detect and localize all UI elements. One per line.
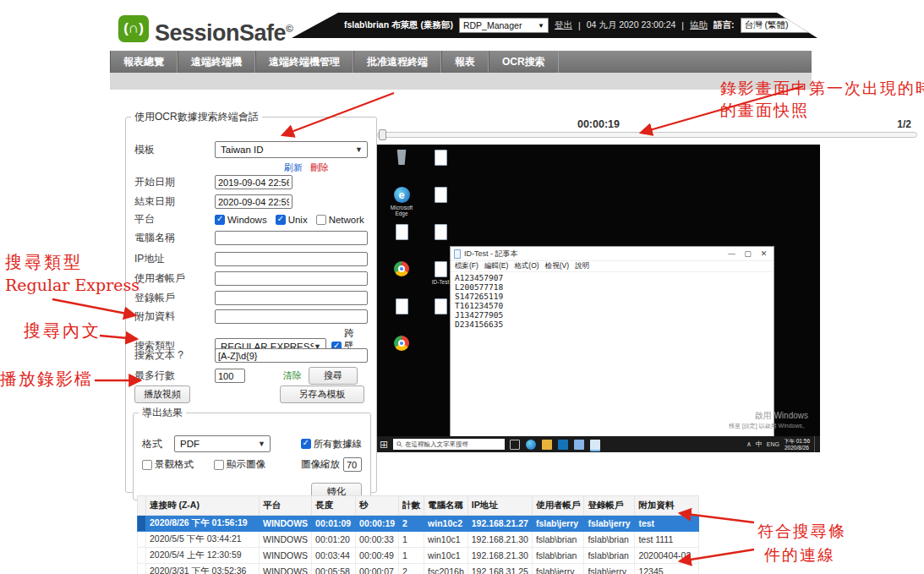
maximize-icon[interactable]: ▢ bbox=[741, 249, 754, 258]
tray-ime-icon[interactable]: 中 bbox=[756, 440, 763, 449]
desktop-icon-label: Microsoft Edge bbox=[384, 205, 419, 216]
export-legend: 導出結果 bbox=[139, 406, 186, 420]
document-desktop-icon[interactable] bbox=[384, 297, 419, 334]
start-button[interactable]: ⊞ bbox=[380, 440, 388, 450]
nav-item-remote-terminal-mgmt[interactable]: 遠端終端機管理 bbox=[255, 51, 353, 73]
landscape-checkbox[interactable] bbox=[142, 460, 152, 470]
tray-clock[interactable]: 下午 01:56 2020/8/26 bbox=[784, 438, 810, 451]
recycle-bin-desktop-icon[interactable] bbox=[384, 148, 419, 185]
row-select-cell[interactable] bbox=[138, 564, 146, 574]
show-images-checkbox[interactable] bbox=[214, 460, 224, 470]
language-select[interactable]: 台灣 (繁體)▼ bbox=[741, 18, 813, 33]
notepad-menu[interactable]: 檔案(F) 編輯(E) 格式(O) 檢視(V) 說明 bbox=[451, 261, 774, 272]
nav-item-report[interactable]: 報表 bbox=[441, 51, 489, 73]
tray-chevron-icon[interactable]: ∧ bbox=[746, 440, 752, 448]
nav-item-report-overview[interactable]: 報表總覽 bbox=[110, 51, 178, 73]
table-body: 2020/8/26 下午 01:56:19WINDOWS00:01:0900:0… bbox=[138, 516, 699, 574]
notepad-icon bbox=[454, 249, 461, 259]
separator: | bbox=[681, 20, 684, 30]
column-header[interactable]: 計數 bbox=[399, 496, 424, 516]
document-icon bbox=[423, 148, 458, 167]
chevron-down-icon: ▼ bbox=[355, 145, 363, 154]
start-date-input[interactable] bbox=[215, 175, 293, 189]
row-select-cell[interactable] bbox=[138, 532, 146, 548]
end-date-input[interactable] bbox=[215, 194, 293, 209]
notepad-taskbar-icon[interactable] bbox=[590, 440, 600, 450]
nav-item-approve-remote[interactable]: 批准遠程終端 bbox=[353, 51, 441, 73]
template-select[interactable]: Taiwan ID▼ bbox=[215, 141, 368, 158]
table-cell: 2020/5/5 下午 03:44:21 bbox=[146, 532, 260, 548]
column-header[interactable]: 秒 bbox=[356, 496, 399, 516]
save-as-template-button[interactable]: 另存為模板 bbox=[280, 385, 364, 403]
seek-thumb[interactable] bbox=[379, 129, 386, 140]
table-cell: 192.168.21.27 bbox=[467, 516, 532, 532]
extra-data-input[interactable] bbox=[215, 309, 368, 324]
edge-taskbar-icon[interactable] bbox=[526, 440, 536, 450]
column-header[interactable] bbox=[138, 496, 146, 516]
table-cell: WINDOWS bbox=[260, 564, 312, 574]
table-cell: 1 bbox=[399, 532, 424, 548]
clear-link[interactable]: 清除 bbox=[283, 369, 302, 382]
refresh-link[interactable]: 刷新 bbox=[284, 161, 303, 174]
show-desktop-button[interactable] bbox=[814, 436, 817, 452]
tray-eng-label[interactable]: ENG bbox=[767, 441, 779, 447]
column-header[interactable]: 平台 bbox=[260, 496, 312, 516]
folder-taskbar-icon[interactable] bbox=[542, 440, 552, 450]
minimize-icon[interactable]: — bbox=[725, 249, 738, 258]
file-explorer-taskbar-icon[interactable] bbox=[574, 440, 584, 450]
results-table: 連接時 (Z-A)平台長度秒計數電腦名稱IP地址使用者帳戶登錄帳戶附加資料 20… bbox=[137, 495, 699, 574]
network-checkbox[interactable] bbox=[316, 215, 326, 225]
column-header[interactable]: 連接時 (Z-A) bbox=[146, 496, 260, 516]
unix-checkbox[interactable] bbox=[276, 215, 286, 225]
ip-input[interactable] bbox=[215, 252, 368, 266]
store-taskbar-icon[interactable] bbox=[558, 440, 568, 450]
column-header[interactable]: 使用者帳戶 bbox=[532, 496, 584, 516]
table-row[interactable]: 2020/5/4 上午 12:30:59WINDOWS00:03:4400:00… bbox=[138, 548, 699, 564]
table-row[interactable]: 2020/5/5 下午 03:44:21WINDOWS00:01:2000:00… bbox=[138, 532, 699, 548]
column-header[interactable]: 長度 bbox=[312, 496, 356, 516]
logo-icon: (∩) bbox=[118, 15, 149, 42]
column-header[interactable]: 附加資料 bbox=[635, 496, 699, 516]
search-button[interactable]: 搜尋 bbox=[309, 367, 358, 385]
document-desktop-icon[interactable] bbox=[423, 148, 458, 185]
role-select[interactable]: RDP_Manager▼ bbox=[459, 18, 549, 33]
table-row[interactable]: 2020/8/26 下午 01:56:19WINDOWS00:01:0900:0… bbox=[138, 516, 699, 532]
platform-row: 平台 Windows Unix Network bbox=[134, 212, 368, 227]
player-seek-bar[interactable] bbox=[377, 132, 917, 138]
chrome-desktop-icon[interactable] bbox=[384, 260, 419, 297]
help-link[interactable]: 協助 bbox=[690, 19, 708, 31]
video-snapshot[interactable]: eMicrosoft EdgeID-Test ID-Test - 記事本 — ▢… bbox=[377, 145, 820, 452]
column-header[interactable]: 登錄帳戶 bbox=[584, 496, 635, 516]
annotation-search-content: 搜尋內文 bbox=[24, 320, 101, 342]
login-account-input[interactable] bbox=[215, 291, 368, 305]
row-select-cell[interactable] bbox=[138, 548, 146, 564]
document-desktop-icon[interactable] bbox=[384, 222, 419, 260]
logout-link[interactable]: 登出 bbox=[555, 19, 572, 31]
task-view-taskbar-icon[interactable] bbox=[510, 440, 520, 450]
search-text-input[interactable] bbox=[215, 348, 368, 363]
table-cell: fslab\brian bbox=[532, 548, 584, 564]
nav-item-remote-terminal[interactable]: 遠端終端機 bbox=[178, 51, 255, 73]
edge-desktop-icon[interactable]: eMicrosoft Edge bbox=[384, 185, 419, 222]
format-select[interactable]: PDF▼ bbox=[174, 435, 271, 452]
all-data-checkbox[interactable] bbox=[301, 439, 311, 449]
row-select-cell[interactable] bbox=[138, 516, 146, 532]
column-header[interactable]: IP地址 bbox=[467, 496, 532, 516]
close-icon[interactable]: ✕ bbox=[757, 249, 770, 258]
play-video-button[interactable]: 播放視頻 bbox=[134, 385, 190, 403]
column-header[interactable]: 電腦名稱 bbox=[424, 496, 468, 516]
image-zoom-input[interactable] bbox=[343, 457, 362, 472]
user-account-input[interactable] bbox=[215, 271, 368, 286]
computer-name-input[interactable] bbox=[215, 231, 368, 245]
table-cell: 1 bbox=[399, 548, 424, 564]
document-desktop-icon[interactable] bbox=[423, 185, 458, 222]
table-row[interactable]: 2020/3/31 下午 03:52:36WINDOWS00:05:5800:0… bbox=[138, 564, 699, 574]
table-cell: 2020/8/26 下午 01:56:19 bbox=[146, 516, 260, 532]
delete-link[interactable]: 刪除 bbox=[310, 161, 329, 174]
nav-item-ocr-search[interactable]: OCR搜索 bbox=[489, 51, 559, 73]
max-rows-input[interactable] bbox=[215, 369, 245, 383]
table-cell: WINDOWS bbox=[260, 532, 312, 548]
taskbar-search-box[interactable]: 在這裡輸入文字來搜尋 bbox=[393, 439, 505, 450]
chrome-desktop-icon[interactable] bbox=[384, 334, 419, 371]
windows-checkbox[interactable] bbox=[215, 215, 225, 225]
